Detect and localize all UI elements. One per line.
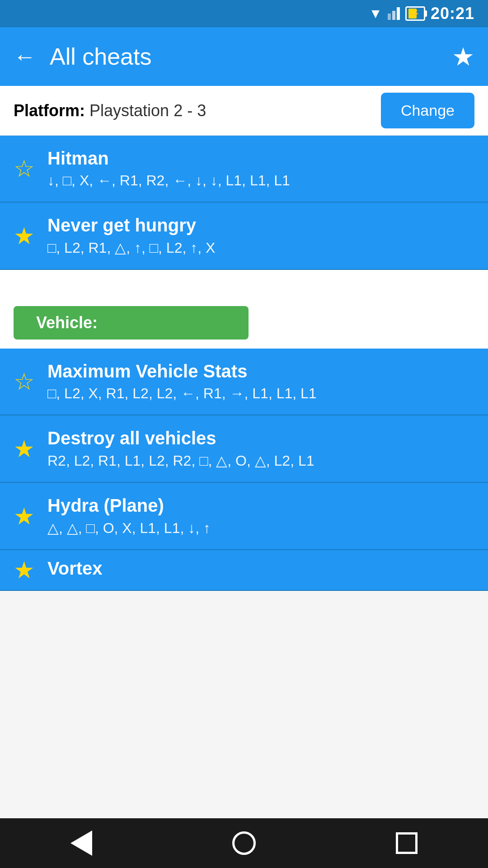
cheat-code-hitman: ↓, □, X, ←, R1, R2, ←, ↓, ↓, L1, L1, L1 <box>47 172 474 189</box>
cheat-item-vortex[interactable]: ★ Vortex <box>0 550 488 591</box>
content-wrapper: Platform: Playstation 2 - 3 Change ☆ Hit… <box>0 86 488 868</box>
status-bar: ▼ ⚡ 20:21 <box>0 0 488 27</box>
cheat-name-hydra-plane: Hydra (Plane) <box>47 495 474 516</box>
vehicle-category-label: Vehicle: <box>14 306 249 340</box>
vehicle-category-header: Vehicle: <box>0 297 488 349</box>
cheat-info-vortex: Vortex <box>47 558 474 582</box>
star-icon-never-get-hungry[interactable]: ★ <box>14 224 35 248</box>
page-title: All cheats <box>50 43 151 70</box>
section-gap <box>0 270 488 297</box>
vehicle-cheats-group: ☆ Maximum Vehicle Stats □, L2, X, R1, L2… <box>0 349 488 591</box>
platform-label: Platform: <box>14 101 85 120</box>
nav-recent-button[interactable] <box>389 825 425 861</box>
cheat-code-never-get-hungry: □, L2, R1, △, ↑, □, L2, ↑, X <box>47 239 474 256</box>
status-icons: ▼ ⚡ 20:21 <box>369 4 474 23</box>
star-icon-destroy-all-vehicles[interactable]: ★ <box>14 437 35 461</box>
cheat-name-never-get-hungry: Never get hungry <box>47 215 474 236</box>
star-icon-hydra-plane[interactable]: ★ <box>14 505 35 528</box>
cheat-item-hydra-plane[interactable]: ★ Hydra (Plane) △, △, □, O, X, L1, L1, ↓… <box>0 483 488 550</box>
nav-back-icon <box>70 830 92 856</box>
cheat-info-hydra-plane: Hydra (Plane) △, △, □, O, X, L1, L1, ↓, … <box>47 495 474 537</box>
cheat-code-max-vehicle-stats: □, L2, X, R1, L2, L2, ←, R1, →, L1, L1, … <box>47 385 474 402</box>
star-icon-hitman[interactable]: ☆ <box>14 157 35 180</box>
cheat-item-never-get-hungry[interactable]: ★ Never get hungry □, L2, R1, △, ↑, □, L… <box>0 203 488 270</box>
star-icon-vortex[interactable]: ★ <box>14 558 35 582</box>
time-display: 20:21 <box>431 4 474 23</box>
cheat-item-hitman[interactable]: ☆ Hitman ↓, □, X, ←, R1, R2, ←, ↓, ↓, L1… <box>0 136 488 203</box>
favorite-button[interactable]: ★ <box>452 42 474 71</box>
nav-home-icon <box>232 831 256 855</box>
platform-bar: Platform: Playstation 2 - 3 Change <box>0 86 488 136</box>
back-button[interactable]: ← <box>14 45 36 68</box>
cheat-name-hitman: Hitman <box>47 148 474 169</box>
nav-home-button[interactable] <box>226 825 262 861</box>
battery-icon: ⚡ <box>405 6 425 21</box>
cheat-info-max-vehicle-stats: Maximum Vehicle Stats □, L2, X, R1, L2, … <box>47 361 474 402</box>
cheat-info-destroy-all-vehicles: Destroy all vehicles R2, L2, R1, L1, L2,… <box>47 428 474 469</box>
nav-back-button[interactable] <box>63 825 99 861</box>
platform-value: Playstation 2 - 3 <box>89 101 206 120</box>
cheat-item-destroy-all-vehicles[interactable]: ★ Destroy all vehicles R2, L2, R1, L1, L… <box>0 415 488 483</box>
cheat-info-hitman: Hitman ↓, □, X, ←, R1, R2, ←, ↓, ↓, L1, … <box>47 148 474 189</box>
cheat-code-destroy-all-vehicles: R2, L2, R1, L1, L2, R2, □, △, O, △, L2, … <box>47 452 474 469</box>
cheat-name-max-vehicle-stats: Maximum Vehicle Stats <box>47 361 474 382</box>
change-platform-button[interactable]: Change <box>381 93 474 128</box>
signal-icon <box>388 7 400 20</box>
wifi-icon: ▼ <box>369 6 382 21</box>
cheat-name-vortex: Vortex <box>47 558 474 579</box>
cheat-info-never-get-hungry: Never get hungry □, L2, R1, △, ↑, □, L2,… <box>47 215 474 256</box>
nav-recent-icon <box>396 832 418 854</box>
cheat-code-hydra-plane: △, △, □, O, X, L1, L1, ↓, ↑ <box>47 519 474 537</box>
app-bar-left: ← All cheats <box>14 43 151 70</box>
nav-bar <box>0 818 488 868</box>
cheat-item-max-vehicle-stats[interactable]: ☆ Maximum Vehicle Stats □, L2, X, R1, L2… <box>0 349 488 415</box>
platform-label-value: Platform: Playstation 2 - 3 <box>14 101 206 120</box>
app-bar: ← All cheats ★ <box>0 27 488 86</box>
cheat-name-destroy-all-vehicles: Destroy all vehicles <box>47 428 474 448</box>
star-icon-max-vehicle-stats[interactable]: ☆ <box>14 370 35 393</box>
platform-info: Platform: Playstation 2 - 3 <box>14 101 206 120</box>
general-cheats-group: ☆ Hitman ↓, □, X, ←, R1, R2, ←, ↓, ↓, L1… <box>0 136 488 270</box>
